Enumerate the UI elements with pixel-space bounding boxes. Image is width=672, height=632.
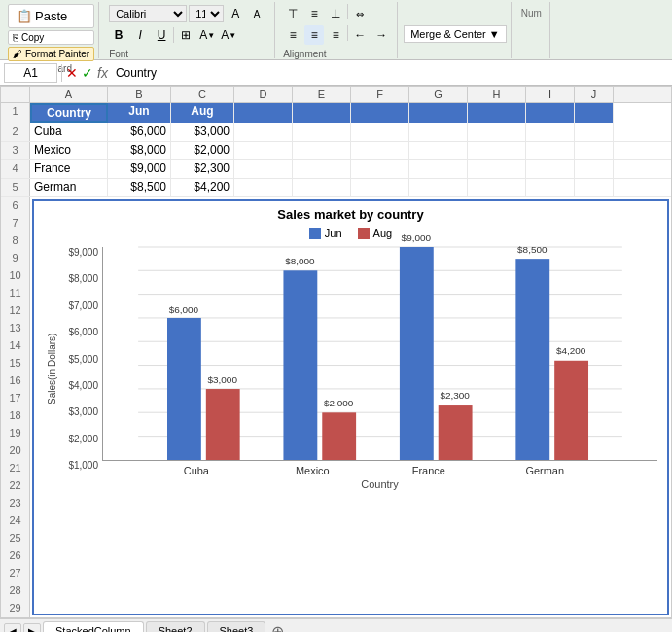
row-num-24[interactable]: 24 (1, 512, 30, 530)
row-num-6[interactable]: 6 (1, 197, 30, 215)
row-num-11[interactable]: 11 (1, 285, 30, 302)
cell-d3[interactable] (234, 142, 293, 159)
row-num-23[interactable]: 23 (1, 495, 30, 512)
cell-d1[interactable] (234, 103, 293, 123)
row-num-8[interactable]: 8 (1, 232, 30, 250)
row-num-18[interactable]: 18 (1, 407, 30, 425)
copy-button[interactable]: ⎘ Copy (8, 30, 94, 45)
tab-sheet2[interactable]: Sheet2 (146, 621, 205, 632)
cell-h5[interactable] (468, 179, 526, 196)
align-middle-button[interactable]: ≡ (304, 4, 324, 23)
bold-button[interactable]: B (109, 25, 128, 45)
cell-b1[interactable]: Jun (108, 103, 171, 123)
row-num-22[interactable]: 22 (1, 477, 30, 495)
cell-h4[interactable] (468, 160, 526, 178)
cell-c3[interactable]: $2,000 (171, 142, 234, 159)
cell-e3[interactable] (293, 142, 351, 159)
cell-j4[interactable] (575, 160, 614, 178)
merge-center-button[interactable]: Merge & Center ▼ (404, 25, 507, 43)
col-header-d[interactable]: D (234, 87, 293, 102)
row-num-4[interactable]: 4 (1, 160, 30, 178)
row-num-12[interactable]: 12 (1, 302, 30, 320)
cell-j2[interactable] (575, 123, 614, 141)
col-header-c[interactable]: C (171, 87, 234, 102)
cell-f5[interactable] (351, 179, 409, 196)
cell-c2[interactable]: $3,000 (171, 123, 234, 141)
chart-area[interactable]: Sales market by country Jun Aug (32, 199, 669, 615)
cell-c4[interactable]: $2,300 (171, 160, 234, 178)
align-left-button[interactable]: ≡ (283, 25, 302, 45)
align-right-button[interactable]: ≡ (326, 25, 345, 45)
increase-font-button[interactable]: A (226, 4, 245, 23)
cell-g2[interactable] (409, 123, 468, 141)
col-header-f[interactable]: F (351, 87, 409, 102)
cell-f3[interactable] (351, 142, 409, 159)
confirm-icon[interactable]: ✓ (82, 65, 93, 81)
cell-e2[interactable] (293, 123, 351, 141)
row-num-13[interactable]: 13 (1, 320, 30, 337)
cell-h3[interactable] (468, 142, 526, 159)
row-num-17[interactable]: 17 (1, 390, 30, 407)
align-top-button[interactable]: ⊤ (283, 4, 302, 23)
cell-h1[interactable] (468, 103, 526, 123)
tab-next-button[interactable]: ▶ (23, 623, 41, 633)
cell-d2[interactable] (234, 123, 293, 141)
align-bottom-button[interactable]: ⊥ (326, 4, 345, 23)
row-num-7[interactable]: 7 (1, 215, 30, 232)
row-num-20[interactable]: 20 (1, 442, 30, 460)
font-size-select[interactable]: 11 (189, 5, 224, 22)
row-num-19[interactable]: 19 (1, 425, 30, 442)
row-num-14[interactable]: 14 (1, 337, 30, 355)
cell-i5[interactable] (526, 179, 575, 196)
tab-stacked-column[interactable]: StackedColumn (43, 621, 144, 632)
row-num-15[interactable]: 15 (1, 355, 30, 372)
cell-h2[interactable] (468, 123, 526, 141)
cell-e4[interactable] (293, 160, 351, 178)
col-header-g[interactable]: G (409, 87, 468, 102)
wrap-text-button[interactable]: ⇔ (350, 4, 370, 23)
cell-i2[interactable] (526, 123, 575, 141)
font-color-button[interactable]: A▼ (219, 25, 238, 45)
cell-j5[interactable] (575, 179, 614, 196)
formula-input[interactable] (112, 66, 668, 80)
format-painter-button[interactable]: 🖌 Format Painter (8, 47, 94, 61)
col-header-j[interactable]: J (575, 87, 614, 102)
cell-a5[interactable]: German (30, 179, 108, 196)
row-num-27[interactable]: 27 (1, 565, 30, 582)
cell-a4[interactable]: France (30, 160, 108, 178)
cell-f2[interactable] (351, 123, 409, 141)
cell-d4[interactable] (234, 160, 293, 178)
row-num-26[interactable]: 26 (1, 547, 30, 565)
cell-a2[interactable]: Cuba (30, 123, 108, 141)
cell-g1[interactable] (409, 103, 468, 123)
cell-e1[interactable] (293, 103, 351, 123)
add-sheet-button[interactable]: ⊕ (267, 622, 288, 632)
row-num-29[interactable]: 29 (1, 600, 30, 617)
row-num-16[interactable]: 16 (1, 372, 30, 390)
col-header-i[interactable]: I (526, 87, 575, 102)
cell-b5[interactable]: $8,500 (108, 179, 171, 196)
cell-i1[interactable] (526, 103, 575, 123)
italic-button[interactable]: I (130, 25, 150, 45)
cell-c1[interactable]: Aug (171, 103, 234, 123)
cell-f1[interactable] (351, 103, 409, 123)
paste-button[interactable]: 📋 Paste (8, 4, 94, 28)
cell-g5[interactable] (409, 179, 468, 196)
border-button[interactable]: ⊞ (176, 25, 195, 45)
row-num-21[interactable]: 21 (1, 460, 30, 477)
cell-b2[interactable]: $6,000 (108, 123, 171, 141)
cell-b3[interactable]: $8,000 (108, 142, 171, 159)
indent-decrease-button[interactable]: ← (350, 25, 370, 45)
cell-reference-input[interactable] (4, 63, 57, 83)
row-num-2[interactable]: 2 (1, 123, 30, 141)
cell-a3[interactable]: Mexico (30, 142, 108, 159)
cell-b4[interactable]: $9,000 (108, 160, 171, 178)
row-num-3[interactable]: 3 (1, 142, 30, 159)
cell-e5[interactable] (293, 179, 351, 196)
cell-c5[interactable]: $4,200 (171, 179, 234, 196)
cancel-icon[interactable]: ✕ (66, 65, 78, 81)
row-num-28[interactable]: 28 (1, 582, 30, 600)
cell-g3[interactable] (409, 142, 468, 159)
cell-j1[interactable] (575, 103, 614, 123)
row-num-1[interactable]: 1 (1, 103, 30, 123)
